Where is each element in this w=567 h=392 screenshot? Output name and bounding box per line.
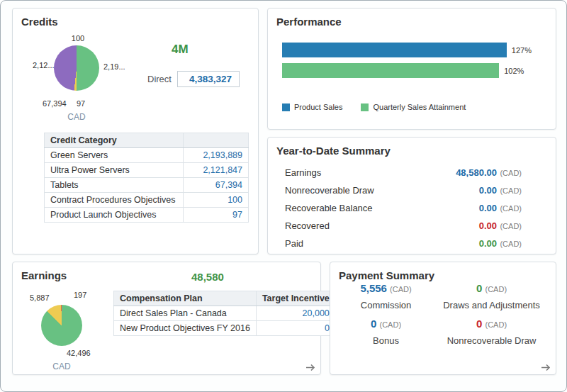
col-credit-category: Credit Category <box>45 133 184 148</box>
credit-value-link[interactable]: 2,193,889 <box>184 148 249 163</box>
pie-label-bottom: 97 <box>77 99 85 108</box>
credit-category-cell: Green Servers <box>45 148 184 163</box>
payment-label: Bonus <box>337 335 434 346</box>
credits-pie[interactable] <box>54 45 99 91</box>
currency-suffix: (CAD) <box>485 320 507 329</box>
payment-cell-commission: 5,556 (CAD) Commission <box>337 282 434 310</box>
quarterly-attainment-bar[interactable] <box>282 63 499 78</box>
ytd-label: Paid <box>285 238 303 249</box>
table-row[interactable]: Product Launch Objectives 97 <box>45 208 249 223</box>
payment-label: Nonrecoverable Draw <box>434 335 549 346</box>
performance-legend: Product Sales Quarterly Sales Attainment <box>282 103 466 111</box>
currency-suffix: (CAD) <box>390 285 412 293</box>
target-value-link[interactable]: 0 <box>256 321 335 336</box>
payment-cell-nonrecoverable-draw: 0 (CAD) Nonrecoverable Draw <box>434 318 549 346</box>
table-row[interactable]: Direct Sales Plan - Canada 20,000 <box>114 306 336 321</box>
ytd-row-nonrecoverable-draw: Nonrecoverable Draw 0.00 (CAD) <box>268 181 556 198</box>
payment-value: 0 (CAD) <box>434 318 549 330</box>
col-target-incentive: Target Incentive <box>256 291 335 306</box>
payment-title: Payment Summary <box>339 269 434 281</box>
blue-swatch-icon <box>282 103 290 111</box>
ytd-label: Earnings <box>285 167 321 178</box>
compensation-plan-table: Compensation Plan Target Incentive Direc… <box>113 291 336 336</box>
credit-category-cell: Contract Procedures Objectives <box>45 193 184 208</box>
credit-value-link[interactable]: 67,394 <box>184 178 249 193</box>
draws-value-link[interactable]: 0 <box>476 282 482 294</box>
legend-label: Quarterly Sales Attainment <box>373 103 466 111</box>
performance-bar-chart: 127% 102% <box>282 43 532 85</box>
earnings-next-page-arrow[interactable] <box>305 363 316 372</box>
performance-title: Performance <box>276 16 342 28</box>
ytd-value: 0.00 (CAD) <box>479 184 522 196</box>
ytd-label: Nonrecoverable Draw <box>285 185 374 196</box>
credit-category-cell: Ultra Power Servers <box>45 163 184 178</box>
currency-suffix: (CAD) <box>500 204 522 213</box>
earnings-pie[interactable] <box>41 305 82 346</box>
ytd-rows: Earnings 48,580.00 (CAD) Nonrecoverable … <box>268 163 556 252</box>
plan-cell: New Product Objectives FY 2016 <box>114 321 257 336</box>
direct-value-link[interactable]: 4,383,327 <box>177 71 240 87</box>
ytd-value-link[interactable]: 0.00 <box>479 238 497 249</box>
product-sales-bar[interactable] <box>282 43 507 57</box>
commission-value-link[interactable]: 5,556 <box>360 282 387 294</box>
payment-label: Draws and Adjustments <box>434 300 549 310</box>
table-row[interactable]: Contract Procedures Objectives 100 <box>45 193 249 208</box>
ytd-label: Recovered <box>285 220 330 231</box>
direct-label: Direct <box>147 74 172 84</box>
ytd-summary-card: Year-to-Date Summary Earnings 48,580.00 … <box>267 137 556 254</box>
payment-value: 5,556 (CAD) <box>337 282 434 294</box>
table-row[interactable]: Ultra Power Servers 2,121,847 <box>45 163 249 178</box>
payment-value: 0 (CAD) <box>434 282 549 294</box>
credits-total: 4M <box>172 43 189 57</box>
pie-label-top: 197 <box>74 291 86 299</box>
col-compensation-plan: Compensation Plan <box>114 291 257 306</box>
credit-value-link[interactable]: 2,121,847 <box>184 163 249 178</box>
nonrecoverable-value-link[interactable]: 0 <box>476 318 482 330</box>
credit-category-cell: Product Launch Objectives <box>45 208 184 223</box>
payment-summary-card: Payment Summary 5,556 (CAD) Commission 0… <box>330 262 556 375</box>
table-row[interactable]: Tablets 67,394 <box>45 178 249 193</box>
target-value-link[interactable]: 20,000 <box>256 306 335 321</box>
plan-cell: Direct Sales Plan - Canada <box>114 306 257 321</box>
plan-table-header-row: Compensation Plan Target Incentive <box>114 291 336 306</box>
ytd-label: Recoverable Balance <box>285 203 373 213</box>
col-credit-amount <box>184 133 249 148</box>
earnings-title: Earnings <box>21 269 67 281</box>
ytd-value-link[interactable]: 48,580.00 <box>456 167 497 178</box>
ytd-value: 0.00 (CAD) <box>479 237 522 250</box>
pie-label-top: 100 <box>57 34 99 43</box>
payment-label: Commission <box>337 300 434 310</box>
currency-suffix: (CAD) <box>485 285 507 293</box>
payment-value: 0 (CAD) <box>337 318 434 330</box>
pie-label-top-left: 5,887 <box>30 293 50 302</box>
credit-value-link[interactable]: 97 <box>184 208 249 223</box>
legend-item-quarterly-attainment: Quarterly Sales Attainment <box>361 103 466 111</box>
performance-card: Performance 127% 102% Product Sales Quar… <box>267 8 556 130</box>
credit-category-cell: Tablets <box>45 178 184 193</box>
ytd-title: Year-to-Date Summary <box>276 145 391 157</box>
ytd-value: 0.00 (CAD) <box>479 219 522 232</box>
payment-next-page-arrow[interactable] <box>541 363 551 372</box>
currency-suffix: (CAD) <box>500 169 522 177</box>
ytd-value-link[interactable]: 0.00 <box>479 220 497 231</box>
pie-label-right: 2,19... <box>103 62 125 71</box>
credits-card: Credits 100 2,12... 2,19... 67,394 97 CA… <box>12 8 259 254</box>
ytd-row-paid: Paid 0.00 (CAD) <box>268 234 556 252</box>
bonus-value-link[interactable]: 0 <box>371 318 376 330</box>
credit-value-link[interactable]: 100 <box>184 193 249 208</box>
ytd-value-link[interactable]: 0.00 <box>479 203 497 213</box>
pie-label-bottom-left: 67,394 <box>43 99 67 108</box>
earnings-currency-label: CAD <box>40 362 83 371</box>
table-row[interactable]: New Product Objectives FY 2016 0 <box>114 321 336 336</box>
compensation-dashboard: Credits 100 2,12... 2,19... 67,394 97 CA… <box>0 0 567 392</box>
quarterly-attainment-value: 102% <box>504 67 524 75</box>
credit-table-header-row: Credit Category <box>45 133 249 148</box>
ytd-value-link[interactable]: 0.00 <box>479 185 497 196</box>
credits-direct-summary: Direct 4,383,327 <box>147 71 240 87</box>
payment-cell-draws-adjustments: 0 (CAD) Draws and Adjustments <box>434 282 549 310</box>
pie-label-bottom-right: 42,496 <box>67 349 91 357</box>
ytd-row-recovered: Recovered 0.00 (CAD) <box>268 216 556 234</box>
credit-category-table: Credit Category Green Servers 2,193,889 … <box>44 133 249 223</box>
table-row[interactable]: Green Servers 2,193,889 <box>45 148 249 163</box>
credits-currency-label: CAD <box>55 112 98 122</box>
